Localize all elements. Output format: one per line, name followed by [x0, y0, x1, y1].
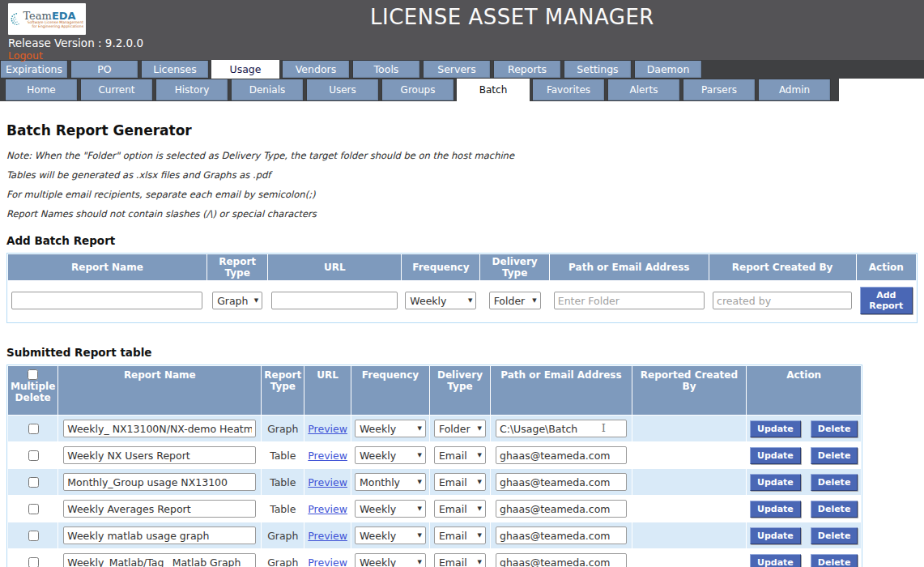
- tab-licenses[interactable]: Licenses: [141, 60, 209, 79]
- tab-vendors[interactable]: Vendors: [282, 60, 350, 79]
- delivery-type-select[interactable]: Email▼: [434, 500, 486, 518]
- row-select-checkbox[interactable]: [28, 557, 39, 567]
- delivery-type-select[interactable]: Email▼: [434, 473, 486, 491]
- tab-servers[interactable]: Servers: [423, 60, 491, 79]
- new-frequency-select[interactable]: Weekly ▼: [405, 292, 476, 309]
- note-line: Note: When the "Folder" option is select…: [6, 150, 918, 161]
- report-type-value: Table: [262, 469, 304, 495]
- path-or-email-input[interactable]: [496, 500, 627, 518]
- tab-settings[interactable]: Settings: [564, 60, 632, 79]
- row-select-checkbox[interactable]: [28, 477, 39, 488]
- delete-button[interactable]: Delete: [811, 474, 858, 491]
- new-path-input[interactable]: [554, 292, 705, 309]
- delivery-type-selected-value: Email: [439, 450, 467, 462]
- delivery-type-select[interactable]: Folder▼: [434, 420, 486, 437]
- update-button[interactable]: Update: [750, 501, 801, 518]
- tab-po[interactable]: PO: [70, 60, 138, 79]
- new-report-url-input[interactable]: [271, 292, 398, 309]
- delete-button[interactable]: Delete: [811, 420, 858, 437]
- frequency-select[interactable]: Weekly▼: [355, 420, 426, 437]
- column-header-multiple-delete: Multiple Delete: [8, 366, 57, 415]
- update-button[interactable]: Update: [750, 554, 801, 567]
- path-or-email-input[interactable]: [496, 446, 627, 464]
- new-delivery-type-select[interactable]: Folder ▼: [489, 292, 541, 309]
- frequency-select[interactable]: Weekly▼: [355, 553, 426, 567]
- tab-users[interactable]: Users: [306, 79, 379, 101]
- new-created-by-input[interactable]: [713, 292, 852, 309]
- update-button[interactable]: Update: [750, 447, 801, 464]
- delivery-type-select[interactable]: Email▼: [434, 446, 486, 464]
- tab-batch[interactable]: Batch: [457, 79, 530, 103]
- tab-history[interactable]: History: [155, 79, 228, 101]
- tab-alerts[interactable]: Alerts: [607, 79, 680, 101]
- report-name-input[interactable]: [63, 500, 256, 518]
- report-name-input[interactable]: [63, 420, 256, 437]
- table-row: Table Preview Weekly▼ Email▼ UpdateDelet…: [8, 496, 861, 522]
- update-button[interactable]: Update: [750, 527, 801, 544]
- chevron-down-icon: ▼: [418, 532, 422, 539]
- report-name-input[interactable]: [63, 553, 256, 567]
- frequency-select[interactable]: Weekly▼: [355, 500, 426, 518]
- tab-denials[interactable]: Denials: [231, 79, 304, 101]
- frequency-select[interactable]: Weekly▼: [355, 526, 426, 544]
- report-name-input[interactable]: [63, 526, 256, 544]
- report-type-value: Graph: [262, 549, 304, 567]
- update-button[interactable]: Update: [750, 474, 801, 491]
- add-report-button[interactable]: Add Report: [860, 287, 913, 314]
- delete-button[interactable]: Delete: [811, 527, 858, 544]
- tab-favorites[interactable]: Favorites: [532, 79, 605, 101]
- logout-link[interactable]: Logout: [8, 49, 43, 62]
- tab-usage[interactable]: Usage: [211, 60, 279, 79]
- chevron-down-icon: ▼: [478, 452, 482, 458]
- created-by-value: [632, 549, 746, 567]
- update-button[interactable]: Update: [750, 420, 801, 437]
- path-or-email-input[interactable]: [496, 420, 627, 437]
- delivery-type-select[interactable]: Email▼: [434, 553, 486, 567]
- column-header-action: Action: [857, 254, 916, 280]
- path-or-email-input[interactable]: [496, 473, 627, 491]
- delete-button[interactable]: Delete: [811, 501, 858, 518]
- frequency-select[interactable]: Weekly▼: [355, 446, 426, 464]
- frequency-select[interactable]: Monthly▼: [355, 473, 426, 491]
- preview-link[interactable]: Preview: [308, 556, 347, 567]
- multiple-delete-checkbox[interactable]: [28, 369, 38, 380]
- tab-home[interactable]: Home: [5, 79, 78, 101]
- tab-groups[interactable]: Groups: [381, 79, 454, 101]
- table-row: Table Preview Weekly▼ Email▼ UpdateDelet…: [8, 442, 861, 468]
- delivery-type-selected-value: Folder: [439, 423, 471, 435]
- row-select-checkbox[interactable]: [28, 531, 39, 541]
- table-row: Table Preview Monthly▼ Email▼ UpdateDele…: [8, 469, 861, 495]
- row-select-cell: [8, 549, 57, 567]
- tab-expirations[interactable]: Expirations: [0, 60, 68, 79]
- tab-parsers[interactable]: Parsers: [683, 79, 756, 101]
- chevron-down-icon: ▼: [532, 297, 536, 304]
- report-name-input[interactable]: [63, 446, 256, 464]
- tab-reports[interactable]: Reports: [493, 60, 561, 79]
- tab-current[interactable]: Current: [80, 79, 153, 101]
- preview-link[interactable]: Preview: [308, 530, 347, 542]
- preview-link[interactable]: Preview: [308, 476, 347, 488]
- delete-button[interactable]: Delete: [811, 447, 858, 464]
- column-header-delivery-type: Delivery Type: [430, 366, 490, 415]
- tab-admin[interactable]: Admin: [758, 79, 831, 101]
- report-name-input[interactable]: [63, 473, 256, 491]
- path-or-email-input[interactable]: [496, 553, 627, 567]
- chevron-down-icon: ▼: [418, 452, 422, 458]
- tab-tools[interactable]: Tools: [352, 60, 420, 79]
- row-select-checkbox[interactable]: [28, 450, 39, 461]
- note-line: Report Names should not contain slashes …: [6, 208, 918, 220]
- preview-link[interactable]: Preview: [308, 450, 347, 462]
- path-or-email-input[interactable]: [496, 526, 627, 544]
- preview-link[interactable]: Preview: [308, 503, 347, 515]
- delivery-type-select[interactable]: Email▼: [434, 526, 486, 544]
- preview-link[interactable]: Preview: [308, 423, 347, 435]
- row-select-checkbox[interactable]: [28, 504, 39, 514]
- frequency-selected-value: Weekly: [360, 556, 396, 567]
- row-select-checkbox[interactable]: [28, 424, 39, 434]
- frequency-selected-value: Weekly: [360, 503, 396, 515]
- submitted-section-title: Submitted Report table: [6, 346, 918, 359]
- new-report-name-input[interactable]: [11, 292, 202, 309]
- tab-daemon[interactable]: Daemon: [634, 60, 702, 79]
- delete-button[interactable]: Delete: [811, 554, 858, 567]
- new-report-type-select[interactable]: Graph ▼: [212, 292, 262, 309]
